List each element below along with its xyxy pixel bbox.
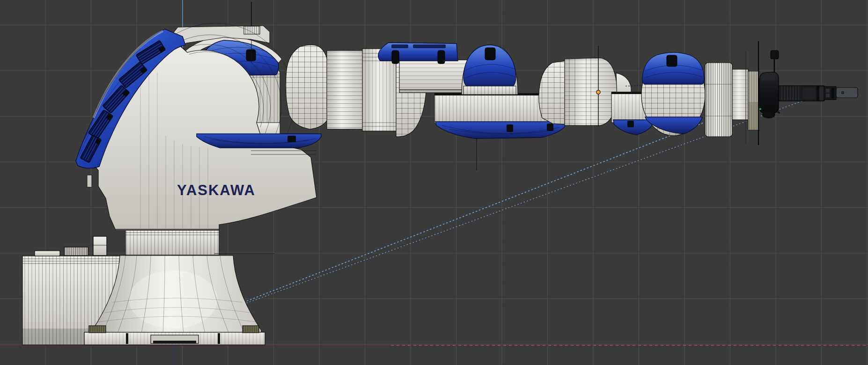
slab-bolt-1 [392, 51, 399, 64]
flange-drum-ribs [705, 63, 732, 137]
slab-bolt-2 [438, 51, 445, 64]
base-stub-box [93, 236, 107, 256]
j3-cap-slot [485, 48, 495, 60]
tool-tip-dot [841, 91, 844, 94]
baseplate-bar-right [218, 333, 220, 344]
base-connector-ribs [64, 247, 88, 256]
bowl-clip [287, 136, 296, 142]
tool-arm-ribs [782, 87, 799, 100]
base-tab [35, 251, 60, 256]
tool-top-bolt [771, 51, 779, 59]
slab-stripe-2 [413, 44, 446, 48]
flange-ring-olive [748, 102, 759, 130]
plinth-ribs [125, 230, 219, 255]
tool-coupler-detail-2 [826, 94, 830, 97]
tool-tip-block [836, 88, 858, 98]
baseplate-bar-left [126, 333, 128, 344]
brand-logo-text: YASKAWA [177, 182, 256, 198]
wrist-housing[interactable] [641, 52, 705, 136]
viewport-3d[interactable]: YASKAWA [0, 0, 868, 365]
arm-hdrum-lines [327, 51, 363, 129]
baseplate-slot-shadow [153, 341, 196, 343]
tool-mass-highlight [761, 76, 775, 80]
tool-coupler [824, 87, 836, 100]
boat-clip-2 [547, 124, 553, 131]
tool-mass-lobe [762, 111, 775, 118]
origin-point[interactable] [596, 90, 600, 94]
tool-arm-panel [802, 88, 816, 99]
link2-clip [627, 121, 634, 127]
slab-stripe-1 [391, 44, 408, 48]
wrist-cap-slot [667, 55, 677, 66]
tool-coupler-slot [831, 88, 834, 98]
j3-band-ribs [463, 86, 516, 95]
tool-coupler-detail-1 [826, 89, 830, 93]
base-pad-left-ribs [89, 326, 106, 333]
body-side-tab [87, 175, 92, 187]
tool-arm-notch [817, 86, 819, 101]
shoulder-under-bowl[interactable] [197, 134, 321, 148]
arm-bulge-wires [286, 45, 329, 129]
dome-top-clamp-ribs [244, 26, 260, 34]
base-pad-right-ribs [243, 326, 259, 333]
vertex-highlight-dot [759, 108, 761, 110]
boat-clip-1 [507, 124, 513, 132]
